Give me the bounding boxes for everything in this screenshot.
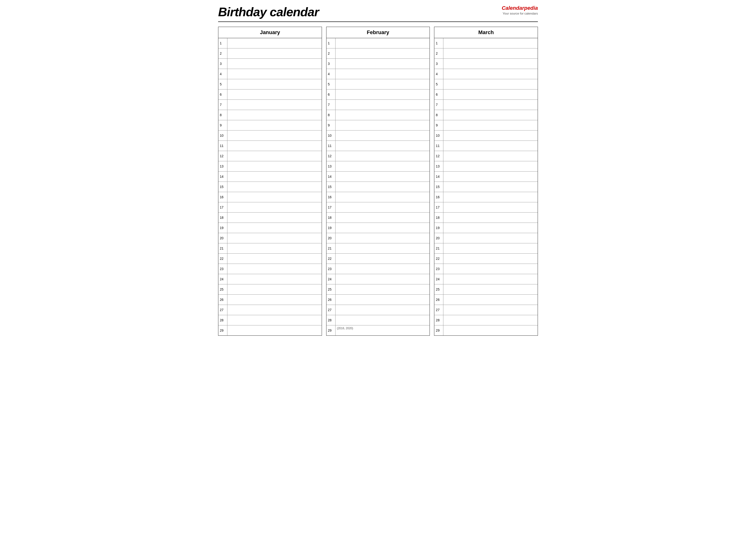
day-number: 14: [326, 172, 336, 182]
day-number: 14: [434, 172, 443, 182]
day-content: [227, 274, 322, 284]
day-content: [336, 100, 430, 110]
table-row: 18: [218, 213, 322, 223]
day-number: 10: [218, 131, 227, 140]
day-content: [227, 182, 322, 192]
day-number: 11: [326, 141, 336, 151]
day-content: [443, 151, 538, 161]
table-row: 2: [326, 48, 430, 59]
table-row: 13: [218, 161, 322, 172]
day-number: 24: [218, 274, 227, 284]
day-number: 14: [218, 172, 227, 182]
day-number: 5: [218, 79, 227, 89]
table-row: 9: [218, 120, 322, 131]
table-row: 27: [218, 305, 322, 315]
table-row: 8: [326, 110, 430, 120]
day-content: [443, 131, 538, 140]
day-content: [227, 325, 322, 336]
table-row: 13: [434, 161, 538, 172]
day-content: [336, 182, 430, 192]
table-row: 4: [326, 69, 430, 79]
table-row: 8: [218, 110, 322, 120]
day-content: [227, 172, 322, 182]
day-content: [443, 100, 538, 110]
day-number: 11: [434, 141, 443, 151]
day-content: [336, 315, 430, 325]
table-row: 3: [326, 59, 430, 69]
day-number: 6: [218, 89, 227, 99]
day-content: [336, 243, 430, 253]
day-content: [227, 38, 322, 48]
table-row: 28: [218, 315, 322, 325]
day-content: [336, 192, 430, 202]
day-number: 13: [326, 161, 336, 171]
table-row: 28: [326, 315, 430, 325]
day-content: [443, 79, 538, 89]
day-number: 12: [218, 151, 227, 161]
day-number: 10: [326, 131, 336, 140]
table-row: 20: [434, 233, 538, 243]
day-number: 12: [434, 151, 443, 161]
day-number: 8: [434, 110, 443, 120]
day-content: [443, 325, 538, 336]
day-number: 24: [326, 274, 336, 284]
table-row: 7: [434, 100, 538, 110]
table-row: 29(2016, 2020): [326, 325, 430, 336]
day-number: 2: [326, 48, 336, 58]
day-number: 25: [326, 284, 336, 295]
table-row: 17: [218, 202, 322, 213]
day-number: 27: [326, 305, 336, 315]
day-content: [336, 89, 430, 99]
table-row: 10: [434, 131, 538, 141]
table-row: 1: [218, 38, 322, 48]
day-number: 9: [218, 120, 227, 130]
day-content: [227, 59, 322, 69]
day-number: 22: [326, 254, 336, 264]
day-content: [227, 79, 322, 89]
day-number: 23: [326, 264, 336, 274]
month-header-march: March: [434, 27, 538, 38]
day-number: 11: [218, 141, 227, 151]
table-row: 11: [326, 141, 430, 151]
day-number: 17: [326, 202, 336, 212]
day-content: [227, 120, 322, 130]
day-number: 18: [434, 213, 443, 223]
day-content: [227, 284, 322, 295]
table-row: 5: [434, 79, 538, 89]
day-content: [443, 202, 538, 212]
table-row: 19: [218, 223, 322, 233]
day-content: [443, 59, 538, 69]
day-number: 5: [434, 79, 443, 89]
day-number: 13: [218, 161, 227, 171]
day-number: 8: [218, 110, 227, 120]
table-row: 5: [326, 79, 430, 89]
table-row: 26: [326, 295, 430, 305]
day-content: [227, 233, 322, 243]
day-content: [443, 141, 538, 151]
day-number: 21: [326, 243, 336, 253]
table-row: 10: [218, 131, 322, 141]
day-content: [336, 233, 430, 243]
day-number: 5: [326, 79, 336, 89]
day-content: [227, 305, 322, 315]
day-number: 1: [326, 38, 336, 48]
day-content: [227, 254, 322, 264]
day-number: 25: [434, 284, 443, 295]
table-row: 26: [218, 295, 322, 305]
brand-text-calendar: Calendar: [502, 5, 524, 11]
table-row: 11: [434, 141, 538, 151]
day-number: 3: [326, 59, 336, 69]
day-content: [227, 141, 322, 151]
day-content: (2016, 2020): [336, 325, 430, 336]
page-title: Birthday calendar: [218, 5, 319, 19]
table-row: 11: [218, 141, 322, 151]
month-calendar-february: February12345678910111213141516171819202…: [326, 27, 430, 336]
table-row: 23: [218, 264, 322, 274]
day-number: 18: [218, 213, 227, 223]
day-number: 4: [218, 69, 227, 79]
day-content: [227, 264, 322, 274]
table-row: 1: [434, 38, 538, 48]
table-row: 20: [218, 233, 322, 243]
day-number: 19: [434, 223, 443, 233]
day-content: [443, 223, 538, 233]
